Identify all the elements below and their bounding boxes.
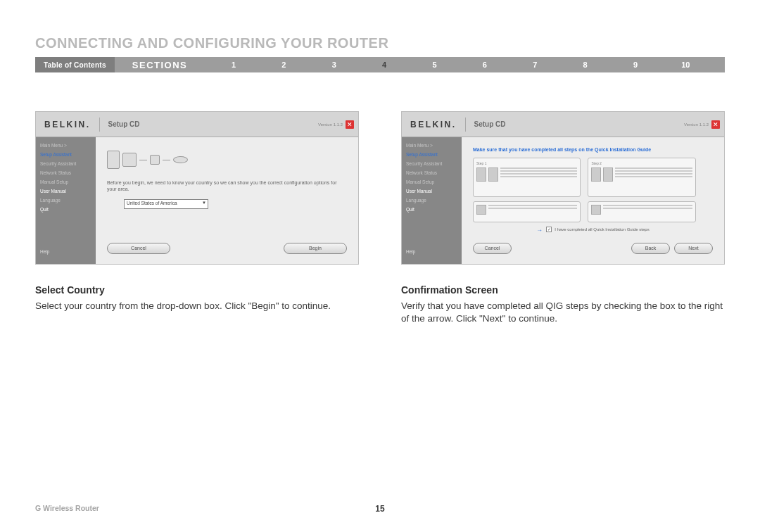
- sidebar-item-language[interactable]: Language: [406, 198, 457, 203]
- right-column: BELKIN. Setup CD Version 1.1.2 ✕ Main Me…: [401, 111, 725, 325]
- section-4[interactable]: 4: [359, 61, 409, 69]
- confirmation-checkbox[interactable]: ✓: [546, 227, 552, 232]
- connection-diagram-icon: [107, 147, 188, 172]
- section-7[interactable]: 7: [510, 61, 560, 69]
- brand-logo: BELKIN.: [36, 120, 99, 129]
- screenshot-select-country: BELKIN. Setup CD Version 1.1.2 ✕ Main Me…: [35, 111, 359, 265]
- checkbox-label: I have completed all Quick Installation …: [555, 227, 649, 232]
- app-main: Make sure that you have completed all st…: [462, 137, 724, 264]
- section-8[interactable]: 8: [560, 61, 610, 69]
- app-sidebar: Main Menu > Setup Assistant Security Ass…: [36, 137, 96, 264]
- sidebar-item-network-status[interactable]: Network Status: [406, 170, 457, 175]
- sidebar-item-manual-setup[interactable]: Manual Setup: [40, 179, 91, 184]
- sidebar-item-security-assistant[interactable]: Security Assistant: [40, 161, 91, 166]
- instruction-text: Make sure that you have completed all st…: [473, 147, 713, 152]
- screenshot-confirmation: BELKIN. Setup CD Version 1.1.2 ✕ Main Me…: [401, 111, 725, 265]
- close-icon[interactable]: ✕: [711, 120, 720, 129]
- caption-body-left: Select your country from the drop-down b…: [35, 300, 359, 312]
- qig-step-thumbnail: [473, 201, 581, 222]
- qig-step-thumbnail: [588, 201, 695, 222]
- qig-step-thumbnail: Step 1: [473, 158, 581, 197]
- sidebar-item-main-menu[interactable]: Main Menu >: [406, 143, 457, 148]
- app-sidebar: Main Menu > Setup Assistant Security Ass…: [402, 137, 462, 264]
- section-nav-bar: Table of Contents SECTIONS 1 2 3 4 5 6 7…: [35, 57, 725, 72]
- sidebar-item-security-assistant[interactable]: Security Assistant: [406, 161, 457, 166]
- section-10[interactable]: 10: [661, 61, 711, 69]
- section-1[interactable]: 1: [208, 61, 258, 69]
- caption-body-right: Verify that you have completed all QIG s…: [401, 300, 725, 325]
- thumb-label: Step 1: [476, 161, 486, 165]
- app-subtitle: Setup CD: [99, 118, 148, 132]
- caption-title-left: Select Country: [35, 284, 359, 296]
- sidebar-item-network-status[interactable]: Network Status: [40, 170, 91, 175]
- version-label: Version 1.1.2: [318, 122, 343, 127]
- sidebar-item-user-manual[interactable]: User Manual: [406, 189, 457, 194]
- toc-link[interactable]: Table of Contents: [35, 57, 115, 72]
- instruction-text: Before you begin, we need to know your c…: [107, 179, 347, 192]
- left-column: BELKIN. Setup CD Version 1.1.2 ✕ Main Me…: [35, 111, 359, 325]
- sidebar-item-language[interactable]: Language: [40, 198, 91, 203]
- sidebar-item-help[interactable]: Help: [40, 249, 91, 254]
- close-icon[interactable]: ✕: [346, 120, 354, 129]
- section-9[interactable]: 9: [610, 61, 660, 69]
- caption-title-right: Confirmation Screen: [401, 284, 725, 296]
- app-main: Before you begin, we need to know your c…: [96, 137, 358, 264]
- sidebar-item-help[interactable]: Help: [406, 249, 457, 254]
- sidebar-item-quit[interactable]: Quit: [40, 207, 91, 212]
- sidebar-item-user-manual[interactable]: User Manual: [40, 189, 91, 194]
- back-button[interactable]: Back: [631, 243, 670, 254]
- section-5[interactable]: 5: [410, 61, 460, 69]
- brand-logo: BELKIN.: [402, 120, 465, 129]
- section-3[interactable]: 3: [309, 61, 359, 69]
- app-header: BELKIN. Setup CD Version 1.1.2 ✕: [36, 112, 358, 137]
- qig-step-thumbnail: Step 2: [588, 158, 695, 197]
- begin-button[interactable]: Begin: [284, 243, 347, 254]
- cancel-button[interactable]: Cancel: [473, 243, 512, 254]
- sidebar-item-setup-assistant[interactable]: Setup Assistant: [406, 152, 457, 157]
- app-header: BELKIN. Setup CD Version 1.1.2 ✕: [402, 112, 724, 137]
- sidebar-item-manual-setup[interactable]: Manual Setup: [406, 179, 457, 184]
- section-6[interactable]: 6: [460, 61, 509, 69]
- country-select[interactable]: United States of America: [124, 199, 208, 209]
- sections-label: SECTIONS: [115, 60, 208, 70]
- arrow-right-icon: →: [536, 227, 543, 232]
- page-footer: G Wireless Router 15: [35, 504, 725, 512]
- sidebar-item-setup-assistant[interactable]: Setup Assistant: [40, 152, 91, 157]
- next-button[interactable]: Next: [674, 243, 713, 254]
- version-label: Version 1.1.2: [684, 122, 709, 127]
- section-2[interactable]: 2: [259, 61, 309, 69]
- sidebar-item-quit[interactable]: Quit: [406, 207, 457, 212]
- app-subtitle: Setup CD: [465, 118, 514, 132]
- cancel-button[interactable]: Cancel: [107, 243, 170, 254]
- thumb-label: Step 2: [591, 161, 601, 165]
- product-name: G Wireless Router: [35, 504, 99, 512]
- page-number: 15: [375, 504, 384, 514]
- page-title: CONNECTING AND CONFIGURING YOUR ROUTER: [35, 35, 725, 51]
- sidebar-item-main-menu[interactable]: Main Menu >: [40, 143, 91, 148]
